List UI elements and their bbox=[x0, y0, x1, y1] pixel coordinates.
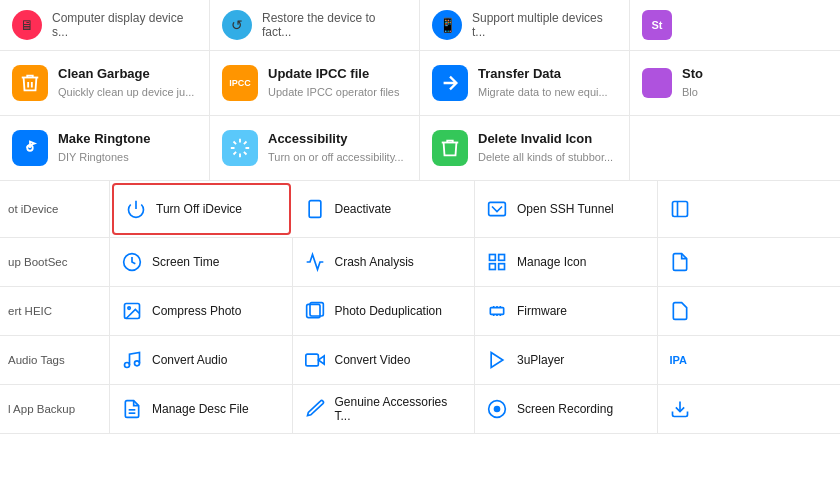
compress-photo-item[interactable]: Compress Photo bbox=[110, 287, 293, 335]
convert-video-item[interactable]: Convert Video bbox=[293, 336, 476, 384]
svg-rect-5 bbox=[672, 202, 687, 217]
firmware-title: Firmware bbox=[517, 304, 567, 318]
svg-rect-8 bbox=[490, 255, 496, 261]
3uplayer-icon bbox=[483, 346, 511, 374]
photo-dedup-title: Photo Deduplication bbox=[335, 304, 442, 318]
svg-rect-16 bbox=[490, 308, 503, 315]
row6: ert HEIC Compress Photo Photo Deduplicat… bbox=[0, 287, 840, 336]
row4-label: ot iDevice bbox=[0, 181, 110, 237]
clean-garbage-item[interactable]: Clean Garbage Quickly clean up device ju… bbox=[0, 51, 210, 115]
row2-partial-desc: Blo bbox=[682, 85, 703, 99]
accessibility-text: Accessibility Turn on or off accessibili… bbox=[268, 131, 404, 164]
deactivate-item[interactable]: Deactivate bbox=[293, 181, 476, 237]
manage-desc-icon bbox=[118, 395, 146, 423]
manage-icon-title: Manage Icon bbox=[517, 255, 586, 269]
svg-point-25 bbox=[495, 407, 500, 412]
make-ringtone-item[interactable]: Make Ringtone DIY Ringtones bbox=[0, 116, 210, 180]
top-item-2[interactable]: 📱 Support multiple devices t... bbox=[420, 0, 630, 50]
genuine-accessories-item[interactable]: Genuine Accessories T... bbox=[293, 385, 476, 433]
clean-garbage-text: Clean Garbage Quickly clean up device ju… bbox=[58, 66, 194, 99]
transfer-data-desc: Migrate data to new equi... bbox=[478, 85, 608, 99]
svg-rect-20 bbox=[305, 354, 318, 366]
firmware-item[interactable]: Firmware bbox=[475, 287, 658, 335]
screen-recording-title: Screen Recording bbox=[517, 402, 613, 416]
update-ipcc-item[interactable]: IPCC Update IPCC file Update IPCC operat… bbox=[210, 51, 420, 115]
row2-partial-text: Sto Blo bbox=[682, 66, 703, 99]
accessibility-icon bbox=[222, 130, 258, 166]
row2-partial-icon bbox=[642, 68, 672, 98]
row8-partial[interactable] bbox=[658, 385, 841, 433]
row6-partial[interactable] bbox=[658, 287, 841, 335]
row5-partial-icon bbox=[666, 248, 694, 276]
accessibility-item[interactable]: Accessibility Turn on or off accessibili… bbox=[210, 116, 420, 180]
clean-garbage-icon bbox=[12, 65, 48, 101]
crash-analysis-item[interactable]: Crash Analysis bbox=[293, 238, 476, 286]
ipa-badge: IPA bbox=[666, 352, 692, 368]
firmware-icon bbox=[483, 297, 511, 325]
top-icon-0: 🖥 bbox=[12, 10, 42, 40]
delete-invalid-desc: Delete all kinds of stubbor... bbox=[478, 150, 613, 164]
deactivate-icon bbox=[301, 195, 329, 223]
make-ringtone-title: Make Ringtone bbox=[58, 131, 150, 148]
compress-photo-icon bbox=[118, 297, 146, 325]
top-text-2: Support multiple devices t... bbox=[472, 11, 617, 39]
update-ipcc-text: Update IPCC file Update IPCC operator fi… bbox=[268, 66, 399, 99]
genuine-accessories-title: Genuine Accessories T... bbox=[335, 395, 467, 423]
manage-icon-icon bbox=[483, 248, 511, 276]
row4: ot iDevice Turn Off iDevice Deactivate O… bbox=[0, 181, 840, 238]
deactivate-title: Deactivate bbox=[335, 202, 392, 216]
update-ipcc-title: Update IPCC file bbox=[268, 66, 399, 83]
manage-desc-item[interactable]: Manage Desc File bbox=[110, 385, 293, 433]
svg-rect-2 bbox=[309, 201, 321, 218]
top-row: 🖥 Computer display device s... ↺ Restore… bbox=[0, 0, 840, 51]
screen-recording-item[interactable]: Screen Recording bbox=[475, 385, 658, 433]
transfer-data-icon bbox=[432, 65, 468, 101]
top-item-3[interactable]: St bbox=[630, 0, 840, 50]
turn-off-idevice-item[interactable]: Turn Off iDevice bbox=[112, 183, 291, 235]
row7: Audio Tags Convert Audio Convert Video 3… bbox=[0, 336, 840, 385]
svg-rect-9 bbox=[499, 255, 505, 261]
ipa-item[interactable]: IPA bbox=[658, 336, 841, 384]
crash-analysis-title: Crash Analysis bbox=[335, 255, 414, 269]
top-icon-3: St bbox=[642, 10, 672, 40]
transfer-data-item[interactable]: Transfer Data Migrate data to new equi..… bbox=[420, 51, 630, 115]
row2-partial-item[interactable]: Sto Blo bbox=[630, 51, 840, 115]
delete-invalid-icon-item[interactable]: Delete Invalid Icon Delete all kinds of … bbox=[420, 116, 630, 180]
row4-partial-icon bbox=[666, 195, 694, 223]
top-icon-2: 📱 bbox=[432, 10, 462, 40]
3uplayer-item[interactable]: 3uPlayer bbox=[475, 336, 658, 384]
top-item-0[interactable]: 🖥 Computer display device s... bbox=[0, 0, 210, 50]
top-text-0: Computer display device s... bbox=[52, 11, 197, 39]
turn-off-idevice-title: Turn Off iDevice bbox=[156, 202, 242, 216]
svg-rect-10 bbox=[490, 264, 496, 270]
svg-point-18 bbox=[135, 361, 140, 366]
row3: Make Ringtone DIY Ringtones Accessibilit… bbox=[0, 116, 840, 181]
screen-recording-icon bbox=[483, 395, 511, 423]
row7-label: Audio Tags bbox=[0, 336, 110, 384]
row4-partial[interactable] bbox=[658, 181, 841, 237]
screen-time-item[interactable]: Screen Time bbox=[110, 238, 293, 286]
delete-invalid-title: Delete Invalid Icon bbox=[478, 131, 613, 148]
row8-partial-icon bbox=[666, 395, 694, 423]
row2-partial-title: Sto bbox=[682, 66, 703, 83]
convert-audio-title: Convert Audio bbox=[152, 353, 227, 367]
row8: l App Backup Manage Desc File Genuine Ac… bbox=[0, 385, 840, 434]
transfer-data-title: Transfer Data bbox=[478, 66, 608, 83]
open-ssh-item[interactable]: Open SSH Tunnel bbox=[475, 181, 658, 237]
clean-garbage-desc: Quickly clean up device ju... bbox=[58, 85, 194, 99]
photo-dedup-item[interactable]: Photo Deduplication bbox=[293, 287, 476, 335]
svg-marker-21 bbox=[491, 353, 503, 368]
screen-time-icon bbox=[118, 248, 146, 276]
make-ringtone-text: Make Ringtone DIY Ringtones bbox=[58, 131, 150, 164]
accessibility-desc: Turn on or off accessibility... bbox=[268, 150, 404, 164]
open-ssh-title: Open SSH Tunnel bbox=[517, 202, 614, 216]
top-text-1: Restore the device to fact... bbox=[262, 11, 407, 39]
svg-point-13 bbox=[128, 307, 130, 310]
row5-partial[interactable] bbox=[658, 238, 841, 286]
convert-audio-item[interactable]: Convert Audio bbox=[110, 336, 293, 384]
row3-partial-item[interactable] bbox=[630, 116, 840, 180]
top-item-1[interactable]: ↺ Restore the device to fact... bbox=[210, 0, 420, 50]
update-ipcc-icon: IPCC bbox=[222, 65, 258, 101]
manage-icon-item[interactable]: Manage Icon bbox=[475, 238, 658, 286]
convert-video-title: Convert Video bbox=[335, 353, 411, 367]
